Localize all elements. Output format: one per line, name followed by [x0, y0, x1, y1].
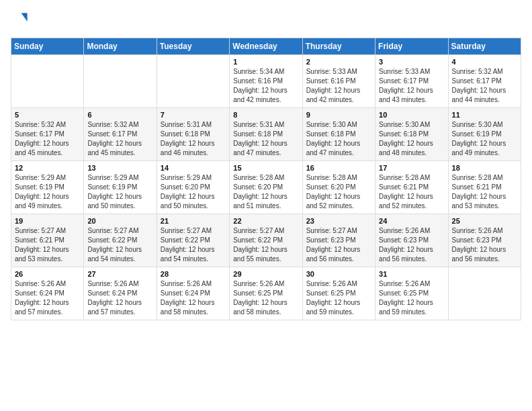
day-number: 17 [379, 164, 444, 172]
day-info: Sunrise: 5:26 AMSunset: 6:23 PMDaylight:… [379, 226, 444, 264]
calendar-day-cell: 19Sunrise: 5:27 AMSunset: 6:21 PMDayligh… [11, 214, 84, 267]
day-info: Sunrise: 5:26 AMSunset: 6:25 PMDaylight:… [306, 279, 371, 317]
calendar-day-cell [157, 55, 229, 108]
day-info: Sunrise: 5:29 AMSunset: 6:19 PMDaylight:… [15, 173, 80, 211]
calendar-day-cell: 17Sunrise: 5:28 AMSunset: 6:21 PMDayligh… [375, 161, 448, 214]
weekday-header: Wednesday [230, 38, 302, 55]
day-number: 28 [161, 270, 226, 278]
calendar-day-cell: 11Sunrise: 5:30 AMSunset: 6:19 PMDayligh… [448, 108, 521, 161]
day-info: Sunrise: 5:32 AMSunset: 6:17 PMDaylight:… [452, 67, 517, 105]
day-number: 5 [15, 111, 80, 119]
day-number: 13 [87, 164, 152, 172]
logo-icon [11, 11, 30, 30]
day-info: Sunrise: 5:28 AMSunset: 6:21 PMDaylight:… [452, 173, 517, 211]
day-info: Sunrise: 5:28 AMSunset: 6:21 PMDaylight:… [379, 173, 444, 211]
calendar-day-cell: 12Sunrise: 5:29 AMSunset: 6:19 PMDayligh… [11, 161, 84, 214]
logo[interactable] [11, 11, 32, 30]
day-number: 12 [15, 164, 80, 172]
day-number: 6 [87, 111, 152, 119]
calendar-day-cell [448, 267, 521, 320]
day-info: Sunrise: 5:34 AMSunset: 6:16 PMDaylight:… [233, 67, 298, 105]
calendar-day-cell: 29Sunrise: 5:26 AMSunset: 6:25 PMDayligh… [230, 267, 302, 320]
day-number: 27 [87, 270, 152, 278]
day-number: 2 [306, 58, 371, 66]
day-number: 1 [233, 58, 298, 66]
day-info: Sunrise: 5:31 AMSunset: 6:18 PMDaylight:… [233, 120, 298, 158]
weekday-header: Tuesday [157, 38, 229, 55]
calendar-day-cell: 28Sunrise: 5:26 AMSunset: 6:24 PMDayligh… [157, 267, 229, 320]
calendar-header-row: SundayMondayTuesdayWednesdayThursdayFrid… [11, 38, 521, 55]
day-info: Sunrise: 5:27 AMSunset: 6:21 PMDaylight:… [15, 226, 80, 264]
calendar-day-cell: 4Sunrise: 5:32 AMSunset: 6:17 PMDaylight… [448, 55, 521, 108]
calendar-day-cell: 8Sunrise: 5:31 AMSunset: 6:18 PMDaylight… [230, 108, 302, 161]
day-number: 3 [379, 58, 444, 66]
day-number: 31 [379, 270, 444, 278]
day-number: 25 [452, 217, 517, 225]
calendar-day-cell: 18Sunrise: 5:28 AMSunset: 6:21 PMDayligh… [448, 161, 521, 214]
calendar-day-cell: 16Sunrise: 5:28 AMSunset: 6:20 PMDayligh… [302, 161, 375, 214]
weekday-header: Sunday [11, 38, 84, 55]
day-number: 7 [161, 111, 226, 119]
calendar-day-cell: 23Sunrise: 5:27 AMSunset: 6:23 PMDayligh… [302, 214, 375, 267]
day-number: 10 [379, 111, 444, 119]
day-info: Sunrise: 5:33 AMSunset: 6:16 PMDaylight:… [306, 67, 371, 105]
calendar-day-cell: 22Sunrise: 5:27 AMSunset: 6:22 PMDayligh… [230, 214, 302, 267]
day-info: Sunrise: 5:27 AMSunset: 6:22 PMDaylight:… [161, 226, 226, 264]
weekday-header: Thursday [302, 38, 375, 55]
day-number: 21 [161, 217, 226, 225]
calendar-day-cell: 13Sunrise: 5:29 AMSunset: 6:19 PMDayligh… [84, 161, 157, 214]
day-number: 30 [306, 270, 371, 278]
calendar-day-cell [84, 55, 157, 108]
weekday-header: Saturday [448, 38, 521, 55]
calendar-day-cell: 27Sunrise: 5:26 AMSunset: 6:24 PMDayligh… [84, 267, 157, 320]
day-number: 19 [15, 217, 80, 225]
calendar-week-row: 1Sunrise: 5:34 AMSunset: 6:16 PMDaylight… [11, 55, 521, 108]
day-info: Sunrise: 5:26 AMSunset: 6:23 PMDaylight:… [452, 226, 517, 264]
calendar-day-cell: 26Sunrise: 5:26 AMSunset: 6:24 PMDayligh… [11, 267, 84, 320]
day-info: Sunrise: 5:33 AMSunset: 6:17 PMDaylight:… [379, 67, 444, 105]
day-info: Sunrise: 5:28 AMSunset: 6:20 PMDaylight:… [233, 173, 298, 211]
page-header [11, 11, 521, 30]
svg-marker-1 [21, 13, 28, 21]
calendar-day-cell: 15Sunrise: 5:28 AMSunset: 6:20 PMDayligh… [230, 161, 302, 214]
calendar-day-cell: 2Sunrise: 5:33 AMSunset: 6:16 PMDaylight… [302, 55, 375, 108]
calendar-day-cell: 25Sunrise: 5:26 AMSunset: 6:23 PMDayligh… [448, 214, 521, 267]
day-number: 16 [306, 164, 371, 172]
day-number: 15 [233, 164, 298, 172]
calendar-day-cell: 5Sunrise: 5:32 AMSunset: 6:17 PMDaylight… [11, 108, 84, 161]
calendar-day-cell: 14Sunrise: 5:29 AMSunset: 6:20 PMDayligh… [157, 161, 229, 214]
day-info: Sunrise: 5:30 AMSunset: 6:18 PMDaylight:… [306, 120, 371, 158]
day-number: 24 [379, 217, 444, 225]
day-info: Sunrise: 5:29 AMSunset: 6:20 PMDaylight:… [161, 173, 226, 211]
calendar-day-cell: 10Sunrise: 5:30 AMSunset: 6:18 PMDayligh… [375, 108, 448, 161]
calendar-day-cell: 30Sunrise: 5:26 AMSunset: 6:25 PMDayligh… [302, 267, 375, 320]
day-info: Sunrise: 5:26 AMSunset: 6:24 PMDaylight:… [87, 279, 152, 317]
day-info: Sunrise: 5:26 AMSunset: 6:24 PMDaylight:… [161, 279, 226, 317]
calendar-day-cell: 9Sunrise: 5:30 AMSunset: 6:18 PMDaylight… [302, 108, 375, 161]
weekday-header: Monday [84, 38, 157, 55]
day-number: 26 [15, 270, 80, 278]
day-number: 14 [161, 164, 226, 172]
day-number: 4 [452, 58, 517, 66]
calendar-week-row: 5Sunrise: 5:32 AMSunset: 6:17 PMDaylight… [11, 108, 521, 161]
day-info: Sunrise: 5:27 AMSunset: 6:22 PMDaylight:… [233, 226, 298, 264]
day-info: Sunrise: 5:29 AMSunset: 6:19 PMDaylight:… [87, 173, 152, 211]
day-info: Sunrise: 5:26 AMSunset: 6:25 PMDaylight:… [379, 279, 444, 317]
day-number: 9 [306, 111, 371, 119]
calendar-day-cell: 31Sunrise: 5:26 AMSunset: 6:25 PMDayligh… [375, 267, 448, 320]
day-info: Sunrise: 5:30 AMSunset: 6:18 PMDaylight:… [379, 120, 444, 158]
day-info: Sunrise: 5:27 AMSunset: 6:23 PMDaylight:… [306, 226, 371, 264]
calendar-day-cell: 3Sunrise: 5:33 AMSunset: 6:17 PMDaylight… [375, 55, 448, 108]
calendar-table: SundayMondayTuesdayWednesdayThursdayFrid… [11, 38, 521, 320]
calendar-week-row: 26Sunrise: 5:26 AMSunset: 6:24 PMDayligh… [11, 267, 521, 320]
day-info: Sunrise: 5:27 AMSunset: 6:22 PMDaylight:… [87, 226, 152, 264]
calendar-day-cell: 24Sunrise: 5:26 AMSunset: 6:23 PMDayligh… [375, 214, 448, 267]
weekday-header: Friday [375, 38, 448, 55]
calendar-day-cell: 20Sunrise: 5:27 AMSunset: 6:22 PMDayligh… [84, 214, 157, 267]
day-info: Sunrise: 5:26 AMSunset: 6:24 PMDaylight:… [15, 279, 80, 317]
day-info: Sunrise: 5:32 AMSunset: 6:17 PMDaylight:… [87, 120, 152, 158]
calendar-day-cell: 7Sunrise: 5:31 AMSunset: 6:18 PMDaylight… [157, 108, 229, 161]
calendar-day-cell: 21Sunrise: 5:27 AMSunset: 6:22 PMDayligh… [157, 214, 229, 267]
day-info: Sunrise: 5:30 AMSunset: 6:19 PMDaylight:… [452, 120, 517, 158]
day-info: Sunrise: 5:32 AMSunset: 6:17 PMDaylight:… [15, 120, 80, 158]
